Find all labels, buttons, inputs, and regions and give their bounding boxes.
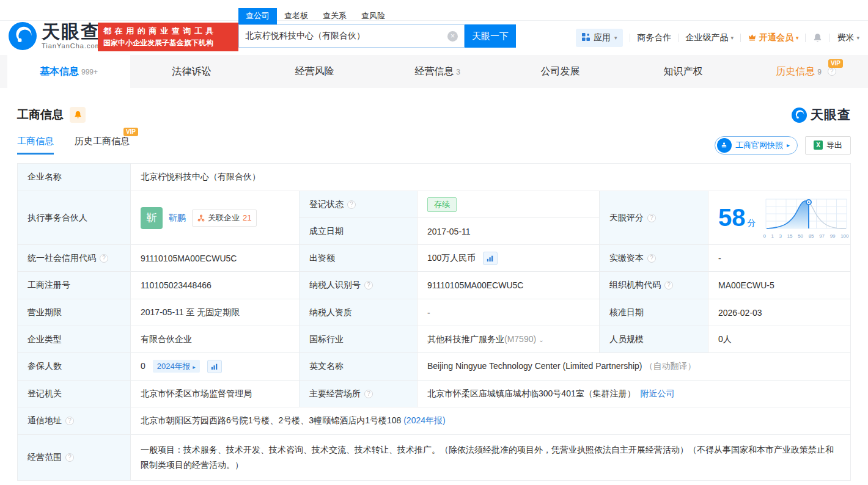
reg-authority-label: 登记机关 xyxy=(18,381,131,407)
chevron-down-icon[interactable]: ⌄ xyxy=(539,337,543,343)
status-badge: 存续 xyxy=(427,197,457,212)
help-icon[interactable]: ? xyxy=(647,254,656,263)
logo-text: 天眼查 TianYanCha.com xyxy=(42,23,101,49)
partner-name-link[interactable]: 靳鹏 xyxy=(169,213,186,224)
tab-legal-litigation[interactable]: 法律诉讼 xyxy=(130,55,253,88)
nav-user[interactable]: 费米 ▾ xyxy=(837,32,859,43)
industry-value: 其他科技推广服务业(M7590)⌄ xyxy=(417,326,600,353)
top-nav: 应用 ▾ 商务合作 企业级产品 ▾ 开通会员 ▾ xyxy=(576,20,859,55)
table-row: 经营范围? 一般项目：技术服务、技术开发、技术咨询、技术交流、技术转让、技术推广… xyxy=(18,435,851,481)
search-tab-company[interactable]: 查公司 xyxy=(238,8,277,24)
notification-bell-icon[interactable] xyxy=(812,32,823,43)
crown-icon xyxy=(748,32,757,43)
nav-vip-upgrade[interactable]: 开通会员 ▾ xyxy=(748,32,799,43)
score-cell: 58分 xyxy=(708,191,851,245)
partner-avatar: 靳 xyxy=(141,207,163,229)
insured-label: 参保人数 xyxy=(18,353,131,381)
tianyancha-page: 天眼查 TianYanCha.com 都 在 用 的 商 业 查 询 工 具 国… xyxy=(0,0,868,485)
table-row: 登记机关 北京市怀柔区市场监督管理局 主要经营场所? 北京市怀柔区庙城镇庙城村临… xyxy=(18,381,851,407)
tianyancha-logo-icon xyxy=(9,22,37,50)
section-header: 工商信息 天眼查 xyxy=(17,106,851,123)
help-icon[interactable]: ? xyxy=(364,390,373,398)
search-tab-relation[interactable]: 查关系 xyxy=(315,8,354,24)
english-name-value: Beijing Ningyue Technology Center (Limit… xyxy=(417,353,851,381)
paid-capital-label: 实缴资本? xyxy=(600,245,708,272)
slogan-line2: 国家中小企业发展子基金旗下机构 xyxy=(103,38,233,48)
watermark-logo: 天眼查 xyxy=(792,106,851,123)
company-type-value: 有限合伙企业 xyxy=(131,326,300,353)
subtab-business-info[interactable]: 工商信息 xyxy=(17,136,54,155)
org-chart-icon xyxy=(197,214,205,222)
business-term-label: 营业期限 xyxy=(18,299,131,326)
search-input[interactable] xyxy=(245,31,447,41)
table-row: 通信地址? 北京市朝阳区芳园西路6号院1号楼、2号楼、3幢颐锦酒店内1号楼108… xyxy=(18,407,851,435)
tab-business-info[interactable]: 经营信息 3 xyxy=(376,55,499,88)
establish-date-label: 成立日期 xyxy=(300,218,417,245)
subtab-history-business-info[interactable]: VIP 历史工商信息 xyxy=(75,136,130,155)
business-scope-label: 经营范围? xyxy=(18,435,131,481)
excel-icon: X xyxy=(814,140,823,150)
capital-value: 100万人民币 xyxy=(417,245,600,272)
export-button[interactable]: X 导出 xyxy=(805,136,851,155)
help-icon[interactable]: ? xyxy=(65,417,74,425)
table-row: 营业期限 2017-05-11 至 无固定期限 纳税人资质 - 核准日期 202… xyxy=(18,299,851,326)
slogan-line1: 都 在 用 的 商 业 查 询 工 具 xyxy=(103,26,233,37)
tianyancha-logo[interactable]: 天眼查 TianYanCha.com xyxy=(9,22,101,50)
help-icon[interactable]: ? xyxy=(364,281,373,290)
mailing-address-value: 北京市朝阳区芳园西路6号院1号楼、2号楼、3幢颐锦酒店内1号楼108 (2024… xyxy=(131,407,851,435)
reg-number-label: 工商注册号 xyxy=(18,272,131,299)
score-distribution-chart: 0131550859799100 xyxy=(763,197,849,239)
tab-basic-info[interactable]: 基本信息 999+ xyxy=(7,55,130,88)
approval-date-value: 2026-02-03 xyxy=(708,299,851,326)
approval-date-label: 核准日期 xyxy=(600,299,708,326)
reg-status-value: 存续 xyxy=(417,191,600,218)
search-button[interactable]: 天眼一下 xyxy=(465,24,516,48)
search-tab-risk[interactable]: 查风险 xyxy=(354,8,392,24)
business-info-table: 企业名称 北京柠悦科技中心（有限合伙） 执行事务合伙人 靳 靳鹏 关联企业 21 xyxy=(17,163,851,481)
help-icon[interactable]: ? xyxy=(664,281,673,290)
table-row: 统一社会信用代码? 91110105MA00ECWU5C 出资额 100万人民币… xyxy=(18,245,851,272)
arrow-right-icon: ▸ xyxy=(787,142,790,148)
help-icon[interactable]: ? xyxy=(828,67,836,76)
tab-intellectual-property[interactable]: 知识产权 xyxy=(622,55,745,88)
related-companies-badge[interactable]: 关联企业 21 xyxy=(192,210,257,227)
nearby-companies-link[interactable]: 附近公司 xyxy=(641,388,675,398)
tab-company-development[interactable]: 公司发展 xyxy=(499,55,622,88)
slogan-banner: 都 在 用 的 商 业 查 询 工 具 国家中小企业发展子基金旗下机构 xyxy=(98,23,238,51)
industry-label: 国标行业 xyxy=(300,326,417,353)
table-row: 执行事务合伙人 靳 靳鹏 关联企业 21 登记状态? xyxy=(18,191,851,218)
help-icon[interactable]: ? xyxy=(65,453,74,462)
insured-trend-icon[interactable] xyxy=(207,360,222,373)
vip-badge: VIP xyxy=(123,128,138,136)
staff-size-value: 0人 xyxy=(708,326,851,353)
tab-history-info[interactable]: VIP 历史信息 9 ? xyxy=(745,55,867,88)
section-title: 工商信息 xyxy=(17,107,64,123)
search-tab-boss[interactable]: 查老板 xyxy=(277,8,315,24)
paid-capital-value: - xyxy=(708,245,851,272)
nav-apps[interactable]: 应用 ▾ xyxy=(576,29,623,47)
clear-icon[interactable]: × xyxy=(447,31,458,42)
help-icon[interactable]: ? xyxy=(100,254,108,263)
search-area: 查公司 查老板 查关系 查风险 × 天眼一下 xyxy=(238,9,516,48)
annual-report-link[interactable]: (2024年报) xyxy=(403,415,445,425)
help-icon[interactable]: ? xyxy=(647,214,656,222)
chevron-down-icon: ▾ xyxy=(796,35,799,41)
annual-report-badge[interactable]: 2024年报 ▸ xyxy=(153,360,200,373)
table-row: 企业名称 北京柠悦科技中心（有限合伙） xyxy=(18,164,851,191)
monitor-bell-icon[interactable] xyxy=(70,107,86,123)
capital-label: 出资额 xyxy=(300,245,417,272)
search-box: × xyxy=(238,24,465,48)
search-row: × 天眼一下 xyxy=(238,24,516,48)
capital-trend-icon[interactable] xyxy=(483,252,498,265)
nav-cooperation[interactable]: 商务合作 xyxy=(637,32,671,43)
company-type-label: 企业类型 xyxy=(18,326,131,353)
tab-business-risk[interactable]: 经营风险 xyxy=(253,55,376,88)
main-content: 工商信息 天眼查 工商信息 VIP 历史工商信息 xyxy=(0,106,868,481)
nav-enterprise[interactable]: 企业级产品 ▾ xyxy=(685,32,734,43)
business-place-value: 北京市怀柔区庙城镇庙城村临300号401室（集群注册） 附近公司 xyxy=(417,381,851,407)
help-icon[interactable]: ? xyxy=(347,200,356,209)
watermark-logo-icon xyxy=(792,108,807,123)
establish-date-value: 2017-05-11 xyxy=(417,218,600,245)
snapshot-button[interactable]: 工商官网快照 ▸ xyxy=(715,136,798,155)
subtab-row: 工商信息 VIP 历史工商信息 工商官网快照 ▸ X 导出 xyxy=(17,136,851,155)
